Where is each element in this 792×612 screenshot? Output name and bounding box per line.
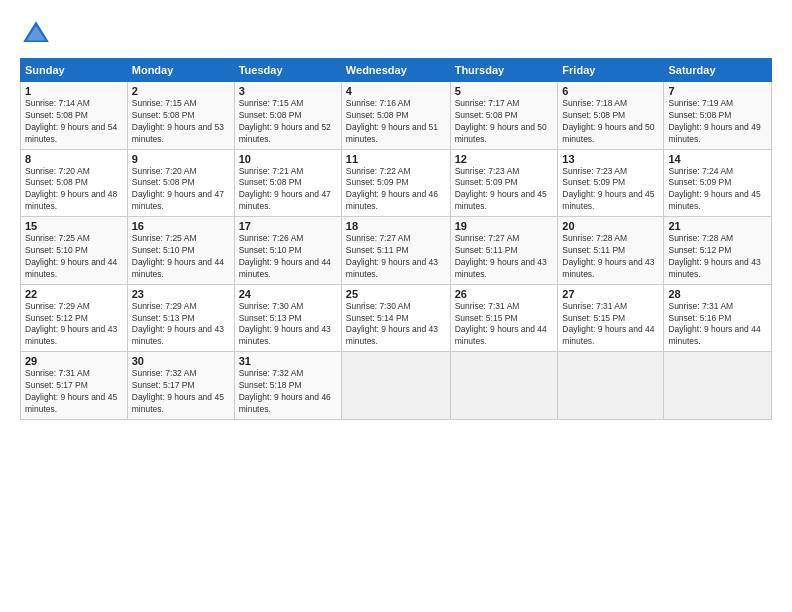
calendar-cell: 18Sunrise: 7:27 AMSunset: 5:11 PMDayligh… <box>341 217 450 285</box>
day-number: 29 <box>25 355 123 367</box>
day-number: 13 <box>562 153 659 165</box>
calendar-cell: 9Sunrise: 7:20 AMSunset: 5:08 PMDaylight… <box>127 149 234 217</box>
calendar-cell: 30Sunrise: 7:32 AMSunset: 5:17 PMDayligh… <box>127 352 234 420</box>
calendar-cell: 7Sunrise: 7:19 AMSunset: 5:08 PMDaylight… <box>664 82 772 150</box>
calendar-cell: 24Sunrise: 7:30 AMSunset: 5:13 PMDayligh… <box>234 284 341 352</box>
day-info: Sunrise: 7:31 AMSunset: 5:15 PMDaylight:… <box>562 301 659 349</box>
calendar-cell: 6Sunrise: 7:18 AMSunset: 5:08 PMDaylight… <box>558 82 664 150</box>
day-number: 6 <box>562 85 659 97</box>
day-info: Sunrise: 7:32 AMSunset: 5:18 PMDaylight:… <box>239 368 337 416</box>
day-info: Sunrise: 7:25 AMSunset: 5:10 PMDaylight:… <box>132 233 230 281</box>
calendar-header-saturday: Saturday <box>664 59 772 82</box>
calendar-cell <box>664 352 772 420</box>
calendar-cell: 12Sunrise: 7:23 AMSunset: 5:09 PMDayligh… <box>450 149 558 217</box>
day-number: 25 <box>346 288 446 300</box>
day-info: Sunrise: 7:28 AMSunset: 5:11 PMDaylight:… <box>562 233 659 281</box>
calendar-cell: 28Sunrise: 7:31 AMSunset: 5:16 PMDayligh… <box>664 284 772 352</box>
page: SundayMondayTuesdayWednesdayThursdayFrid… <box>0 0 792 612</box>
calendar-cell: 21Sunrise: 7:28 AMSunset: 5:12 PMDayligh… <box>664 217 772 285</box>
day-info: Sunrise: 7:21 AMSunset: 5:08 PMDaylight:… <box>239 166 337 214</box>
calendar-cell: 16Sunrise: 7:25 AMSunset: 5:10 PMDayligh… <box>127 217 234 285</box>
calendar-cell: 17Sunrise: 7:26 AMSunset: 5:10 PMDayligh… <box>234 217 341 285</box>
calendar-header-monday: Monday <box>127 59 234 82</box>
calendar-header-friday: Friday <box>558 59 664 82</box>
day-info: Sunrise: 7:24 AMSunset: 5:09 PMDaylight:… <box>668 166 767 214</box>
calendar-cell: 25Sunrise: 7:30 AMSunset: 5:14 PMDayligh… <box>341 284 450 352</box>
calendar-cell: 5Sunrise: 7:17 AMSunset: 5:08 PMDaylight… <box>450 82 558 150</box>
calendar-cell: 26Sunrise: 7:31 AMSunset: 5:15 PMDayligh… <box>450 284 558 352</box>
day-info: Sunrise: 7:14 AMSunset: 5:08 PMDaylight:… <box>25 98 123 146</box>
day-number: 27 <box>562 288 659 300</box>
day-number: 23 <box>132 288 230 300</box>
day-info: Sunrise: 7:15 AMSunset: 5:08 PMDaylight:… <box>239 98 337 146</box>
day-info: Sunrise: 7:16 AMSunset: 5:08 PMDaylight:… <box>346 98 446 146</box>
calendar-cell: 3Sunrise: 7:15 AMSunset: 5:08 PMDaylight… <box>234 82 341 150</box>
day-info: Sunrise: 7:29 AMSunset: 5:12 PMDaylight:… <box>25 301 123 349</box>
calendar-week-5: 29Sunrise: 7:31 AMSunset: 5:17 PMDayligh… <box>21 352 772 420</box>
day-number: 15 <box>25 220 123 232</box>
day-number: 12 <box>455 153 554 165</box>
day-number: 22 <box>25 288 123 300</box>
day-number: 4 <box>346 85 446 97</box>
calendar-cell: 15Sunrise: 7:25 AMSunset: 5:10 PMDayligh… <box>21 217 128 285</box>
day-info: Sunrise: 7:25 AMSunset: 5:10 PMDaylight:… <box>25 233 123 281</box>
day-info: Sunrise: 7:18 AMSunset: 5:08 PMDaylight:… <box>562 98 659 146</box>
calendar-cell: 13Sunrise: 7:23 AMSunset: 5:09 PMDayligh… <box>558 149 664 217</box>
day-number: 17 <box>239 220 337 232</box>
day-info: Sunrise: 7:17 AMSunset: 5:08 PMDaylight:… <box>455 98 554 146</box>
day-number: 10 <box>239 153 337 165</box>
calendar-cell <box>341 352 450 420</box>
calendar-header-wednesday: Wednesday <box>341 59 450 82</box>
calendar-cell: 19Sunrise: 7:27 AMSunset: 5:11 PMDayligh… <box>450 217 558 285</box>
calendar-cell: 2Sunrise: 7:15 AMSunset: 5:08 PMDaylight… <box>127 82 234 150</box>
day-number: 2 <box>132 85 230 97</box>
day-number: 9 <box>132 153 230 165</box>
day-info: Sunrise: 7:29 AMSunset: 5:13 PMDaylight:… <box>132 301 230 349</box>
calendar-cell: 22Sunrise: 7:29 AMSunset: 5:12 PMDayligh… <box>21 284 128 352</box>
day-number: 30 <box>132 355 230 367</box>
day-number: 21 <box>668 220 767 232</box>
day-number: 11 <box>346 153 446 165</box>
day-info: Sunrise: 7:31 AMSunset: 5:16 PMDaylight:… <box>668 301 767 349</box>
calendar-cell: 23Sunrise: 7:29 AMSunset: 5:13 PMDayligh… <box>127 284 234 352</box>
day-number: 26 <box>455 288 554 300</box>
day-number: 16 <box>132 220 230 232</box>
calendar-header-tuesday: Tuesday <box>234 59 341 82</box>
day-number: 18 <box>346 220 446 232</box>
calendar-cell <box>450 352 558 420</box>
day-info: Sunrise: 7:23 AMSunset: 5:09 PMDaylight:… <box>562 166 659 214</box>
calendar-week-1: 1Sunrise: 7:14 AMSunset: 5:08 PMDaylight… <box>21 82 772 150</box>
day-info: Sunrise: 7:20 AMSunset: 5:08 PMDaylight:… <box>132 166 230 214</box>
calendar-header-row: SundayMondayTuesdayWednesdayThursdayFrid… <box>21 59 772 82</box>
calendar-cell: 27Sunrise: 7:31 AMSunset: 5:15 PMDayligh… <box>558 284 664 352</box>
day-info: Sunrise: 7:23 AMSunset: 5:09 PMDaylight:… <box>455 166 554 214</box>
calendar-cell: 11Sunrise: 7:22 AMSunset: 5:09 PMDayligh… <box>341 149 450 217</box>
day-info: Sunrise: 7:27 AMSunset: 5:11 PMDaylight:… <box>455 233 554 281</box>
day-number: 7 <box>668 85 767 97</box>
day-info: Sunrise: 7:26 AMSunset: 5:10 PMDaylight:… <box>239 233 337 281</box>
calendar-cell: 31Sunrise: 7:32 AMSunset: 5:18 PMDayligh… <box>234 352 341 420</box>
day-info: Sunrise: 7:27 AMSunset: 5:11 PMDaylight:… <box>346 233 446 281</box>
calendar-cell: 14Sunrise: 7:24 AMSunset: 5:09 PMDayligh… <box>664 149 772 217</box>
calendar-week-4: 22Sunrise: 7:29 AMSunset: 5:12 PMDayligh… <box>21 284 772 352</box>
day-info: Sunrise: 7:32 AMSunset: 5:17 PMDaylight:… <box>132 368 230 416</box>
calendar-header-thursday: Thursday <box>450 59 558 82</box>
calendar-table: SundayMondayTuesdayWednesdayThursdayFrid… <box>20 58 772 420</box>
calendar-week-2: 8Sunrise: 7:20 AMSunset: 5:08 PMDaylight… <box>21 149 772 217</box>
day-number: 1 <box>25 85 123 97</box>
day-number: 20 <box>562 220 659 232</box>
day-number: 24 <box>239 288 337 300</box>
day-number: 28 <box>668 288 767 300</box>
calendar-cell: 4Sunrise: 7:16 AMSunset: 5:08 PMDaylight… <box>341 82 450 150</box>
calendar-cell: 29Sunrise: 7:31 AMSunset: 5:17 PMDayligh… <box>21 352 128 420</box>
calendar-cell: 8Sunrise: 7:20 AMSunset: 5:08 PMDaylight… <box>21 149 128 217</box>
day-info: Sunrise: 7:22 AMSunset: 5:09 PMDaylight:… <box>346 166 446 214</box>
calendar-cell: 1Sunrise: 7:14 AMSunset: 5:08 PMDaylight… <box>21 82 128 150</box>
day-number: 31 <box>239 355 337 367</box>
day-info: Sunrise: 7:30 AMSunset: 5:13 PMDaylight:… <box>239 301 337 349</box>
day-info: Sunrise: 7:30 AMSunset: 5:14 PMDaylight:… <box>346 301 446 349</box>
calendar-cell: 10Sunrise: 7:21 AMSunset: 5:08 PMDayligh… <box>234 149 341 217</box>
day-info: Sunrise: 7:20 AMSunset: 5:08 PMDaylight:… <box>25 166 123 214</box>
day-number: 19 <box>455 220 554 232</box>
calendar-week-3: 15Sunrise: 7:25 AMSunset: 5:10 PMDayligh… <box>21 217 772 285</box>
